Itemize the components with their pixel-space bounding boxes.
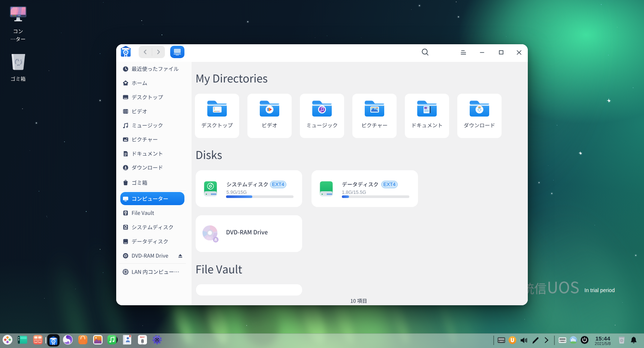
svg-text:SAT: SAT <box>141 343 144 345</box>
